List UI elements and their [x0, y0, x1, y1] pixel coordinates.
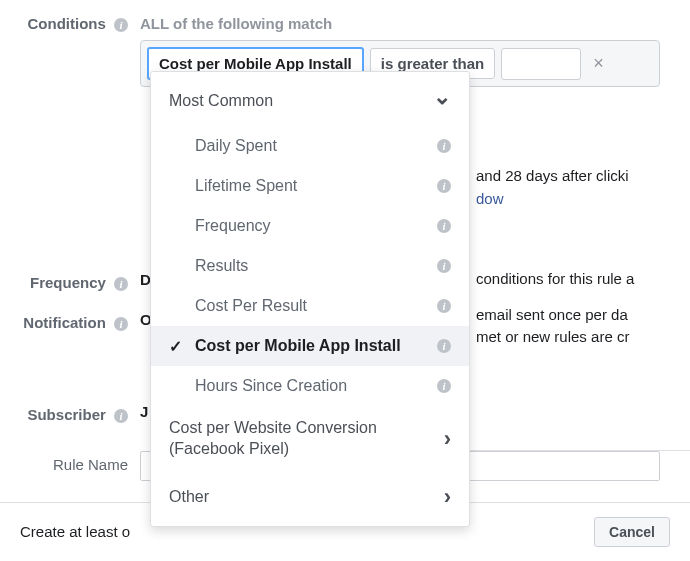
info-icon: i: [114, 18, 128, 32]
dropdown-item-cost-per-install[interactable]: ✓ Cost per Mobile App Install i: [151, 326, 469, 366]
chevron-down-icon: [433, 88, 451, 114]
rule-name-label: Rule Name: [0, 451, 140, 479]
info-icon: i: [114, 317, 128, 331]
chevron-right-icon: [444, 425, 451, 454]
notification-text-1: conditions for this rule a: [476, 268, 634, 290]
dropdown-item-results[interactable]: Results i: [151, 246, 469, 286]
check-icon: ✓: [169, 337, 182, 356]
metric-dropdown: Most Common Daily Spent i Lifetime Spent…: [150, 71, 470, 527]
chevron-right-icon: [444, 484, 451, 510]
info-icon: i: [437, 339, 451, 353]
conditions-header: ALL of the following match: [140, 10, 690, 38]
notification-text-2b: met or new rules are cr: [476, 326, 629, 348]
dropdown-item-frequency[interactable]: Frequency i: [151, 206, 469, 246]
dropdown-group-website-conversion[interactable]: Cost per Website Conversion (Facebook Pi…: [151, 406, 469, 472]
subscriber-label: Subscriber i: [0, 401, 140, 429]
info-icon: i: [437, 219, 451, 233]
create-hint-text: Create at least o: [20, 521, 130, 543]
dropdown-item-hours-since-creation[interactable]: Hours Since Creation i: [151, 366, 469, 406]
dropdown-group-other[interactable]: Other: [151, 472, 469, 522]
condition-value-input[interactable]: [501, 48, 581, 80]
info-icon: i: [437, 179, 451, 193]
info-icon: i: [437, 259, 451, 273]
conditions-label: Conditions i: [0, 10, 140, 38]
info-icon: i: [114, 277, 128, 291]
cancel-button[interactable]: Cancel: [594, 517, 670, 547]
notification-label: Notification i: [0, 309, 140, 337]
remove-condition-button[interactable]: ×: [587, 53, 610, 74]
dropdown-group-most-common[interactable]: Most Common: [151, 76, 469, 126]
notification-text-2a: email sent once per da: [476, 304, 628, 326]
info-icon: i: [437, 139, 451, 153]
frequency-label: Frequency i: [0, 269, 140, 297]
dropdown-item-lifetime-spent[interactable]: Lifetime Spent i: [151, 166, 469, 206]
dropdown-item-daily-spent[interactable]: Daily Spent i: [151, 126, 469, 166]
attribution-link[interactable]: dow: [476, 188, 504, 210]
info-icon: i: [437, 379, 451, 393]
info-icon: i: [114, 409, 128, 423]
info-icon: i: [437, 299, 451, 313]
dropdown-item-cost-per-result[interactable]: Cost Per Result i: [151, 286, 469, 326]
attribution-text: and 28 days after clicki: [476, 165, 629, 187]
